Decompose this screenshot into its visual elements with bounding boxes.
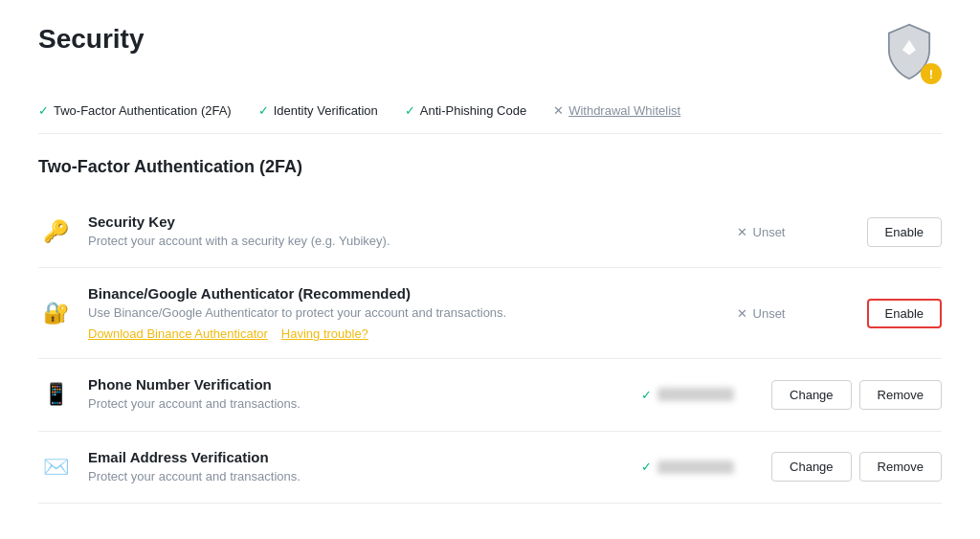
check-icon-antiphishing: ✓ [405,103,415,118]
authenticator-info: Binance/Google Authenticator (Recommende… [88,285,722,341]
phone-icon: 📱 [38,377,73,412]
change-phone-button[interactable]: Change [771,380,852,410]
x-icon-withdrawal: ✕ [553,103,564,118]
section-title: Two-Factor Authentication (2FA) [38,157,942,177]
phone-name: Phone Number Verification [88,376,626,393]
security-key-name: Security Key [88,213,722,230]
badge-2fa-label: Two-Factor Authentication (2FA) [54,103,232,118]
download-authenticator-link[interactable]: Download Binance Authenticator [88,326,268,341]
phone-desc: Protect your account and transactions. [88,395,626,413]
security-key-icon: 🔑 [38,214,73,249]
phone-blurred-value [657,388,734,401]
badge-identity: ✓ Identity Verification [258,103,378,118]
email-status: ✓ [641,460,756,474]
phone-info: Phone Number Verification Protect your a… [88,376,626,413]
enable-authenticator-button[interactable]: Enable [867,299,942,328]
authenticator-icon: 🔐 [38,296,73,330]
badge-withdrawal-label[interactable]: Withdrawal Whitelist [568,103,680,118]
status-check-icon-phone: ✓ [641,388,652,402]
security-page: Security ! ✓ Two-Factor Authentication (… [0,0,980,539]
auth-item-authenticator: 🔐 Binance/Google Authenticator (Recommen… [38,268,942,359]
auth-item-email: ✉️ Email Address Verification Protect yo… [38,432,942,504]
badge-antiphishing-label: Anti-Phishing Code [420,103,526,118]
security-key-actions: Enable [867,217,942,247]
badge-withdrawal: ✕ Withdrawal Whitelist [553,103,680,118]
security-key-status: ✕ Unset [737,225,852,239]
email-blurred-value [657,460,734,474]
warning-badge: ! [921,63,942,84]
authenticator-actions: Enable [867,299,942,328]
auth-item-security-key: 🔑 Security Key Protect your account with… [38,196,942,268]
badge-identity-label: Identity Verification [274,103,378,118]
having-trouble-link[interactable]: Having trouble? [281,326,368,341]
header-row: Security ! [38,23,942,84]
authenticator-links: Download Binance Authenticator Having tr… [88,326,722,341]
auth-item-phone: 📱 Phone Number Verification Protect your… [38,359,942,431]
authenticator-name: Binance/Google Authenticator (Recommende… [88,285,722,302]
page-title: Security [38,23,145,56]
authenticator-status-label: Unset [753,306,786,321]
security-key-desc: Protect your account with a security key… [88,233,722,250]
email-desc: Protect your account and transactions. [88,468,626,485]
enable-security-key-button[interactable]: Enable [867,217,942,247]
status-check-icon-email: ✓ [641,460,652,474]
email-info: Email Address Verification Protect your … [88,449,626,485]
check-icon-identity: ✓ [258,103,269,118]
phone-status: ✓ [641,388,756,402]
badge-2fa: ✓ Two-Factor Authentication (2FA) [38,103,232,118]
authenticator-status: ✕ Unset [737,306,852,321]
badge-antiphishing: ✓ Anti-Phishing Code [405,103,526,118]
security-key-status-label: Unset [753,225,786,239]
status-x-icon-auth: ✕ [737,306,747,321]
status-x-icon-key: ✕ [737,225,747,239]
email-actions: Change Remove [771,452,942,482]
email-icon: ✉️ [38,450,73,484]
remove-email-button[interactable]: Remove [859,452,942,482]
shield-icon-wrapper: ! [880,23,942,84]
remove-phone-button[interactable]: Remove [859,380,942,410]
check-icon-2fa: ✓ [38,103,49,118]
change-email-button[interactable]: Change [771,452,852,482]
security-badges-bar: ✓ Two-Factor Authentication (2FA) ✓ Iden… [38,92,942,134]
authenticator-desc: Use Binance/Google Authenticator to prot… [88,304,722,322]
phone-actions: Change Remove [771,380,942,410]
security-key-info: Security Key Protect your account with a… [88,213,722,250]
email-name: Email Address Verification [88,449,626,465]
